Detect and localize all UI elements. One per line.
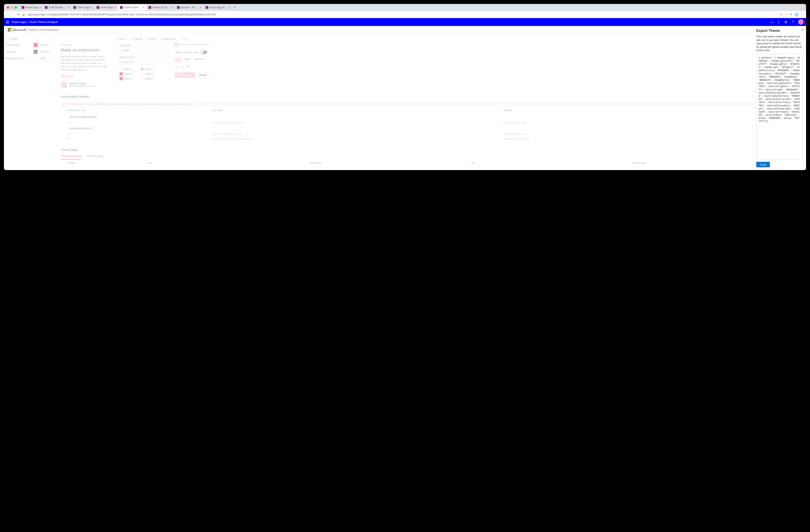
color-hex-input[interactable]	[39, 49, 53, 54]
help-icon[interactable]: ?	[791, 20, 795, 24]
app-bar: Power Apps|Fluent Theme Designer ▭ ⭳ ⚙ ?	[4, 18, 806, 26]
panel-title: Export Theme	[756, 29, 803, 33]
cloud-icon[interactable]: ☁	[175, 65, 178, 68]
more-button[interactable]: ⋯More	[179, 37, 188, 40]
new-button[interactable]: ＋New ⌄	[116, 37, 127, 40]
forward-button[interactable]: →	[12, 13, 15, 16]
persona-subtitle: Senior Researcher at Contoso	[69, 85, 95, 87]
disabled-toggle[interactable]	[201, 51, 207, 54]
close-tab-icon[interactable]: ×	[114, 6, 116, 9]
close-tab-icon[interactable]: ×	[39, 6, 41, 9]
back-button[interactable]: ←	[6, 13, 10, 16]
color-heading: Color	[6, 37, 53, 40]
close-tab-icon[interactable]: ×	[229, 6, 230, 9]
download-icon[interactable]: ⭳	[777, 20, 780, 24]
radio-option[interactable]: Option 2	[141, 72, 154, 76]
story-label: STORIES	[61, 44, 108, 46]
app-launcher-icon[interactable]	[6, 21, 9, 23]
app-title: Power Apps|Fluent Theme Designer	[12, 20, 58, 23]
learn-more-link[interactable]: Learn more ›	[61, 75, 108, 78]
browser-tab[interactable]: Reviews - Power Apps×	[175, 4, 204, 11]
browser-tab[interactable]: Power Apps Review Tool -×	[204, 4, 232, 11]
download-button[interactable]: ⭳Download	[160, 37, 175, 40]
slider[interactable]	[175, 44, 210, 45]
bookmark-icon[interactable]: ☆	[785, 13, 788, 16]
close-button[interactable]: Close	[756, 162, 770, 167]
slots-pivot: Fabric palette slots Semantic slots	[61, 154, 800, 160]
browser-tab[interactable]: Fluent Theme Designer - P×	[118, 4, 147, 11]
url-text[interactable]: apps.powerapps.com/play/2f6b0e93-7676-40…	[28, 13, 778, 16]
non-accessible-section[interactable]: Non accessible pairs (1)	[61, 114, 800, 120]
checkbox-option[interactable]: ✓Option 2	[119, 72, 133, 76]
new-tab-button[interactable]: +	[232, 5, 238, 10]
checkbox-icon	[119, 68, 123, 71]
select-label: Select one	[119, 44, 163, 47]
radio-option[interactable]: Option 3	[141, 77, 154, 80]
color-hex-input[interactable]	[39, 43, 53, 47]
pivot-semantic[interactable]: Semantic slots	[87, 154, 103, 160]
browser-tab[interactable]: Power Apps×	[20, 4, 43, 11]
close-tab-icon[interactable]: ×	[200, 6, 201, 9]
slots-heading: Theme slots	[61, 148, 800, 152]
preview-tabs: Home Pages Document	[175, 58, 210, 62]
tab-list-button[interactable]: ⌄	[800, 6, 805, 9]
preview-area: ＋New ⌄ ⭱Upload ⇗Share ⭳Download ⋯More ST…	[55, 34, 806, 170]
browser-tab[interactable]: Power Apps×	[71, 4, 95, 11]
favicon-icon	[22, 6, 25, 9]
close-tab-icon[interactable]: ×	[143, 6, 145, 9]
settings-icon[interactable]: ⚙	[784, 20, 788, 24]
maximize-window[interactable]	[15, 6, 17, 9]
tab-document[interactable]: Document	[194, 58, 205, 62]
sun-icon[interactable]: ✱	[187, 65, 190, 68]
browser-tab[interactable]: Creator Kit Control Referen×	[147, 4, 175, 11]
color-swatch[interactable]	[33, 56, 38, 61]
table-row: 12.98Text color on Background colorneutr…	[61, 132, 800, 136]
primary-button[interactable]: Primary button	[175, 72, 195, 78]
browser-tabbar: Power Apps×Code Review Tool Experim×Powe…	[4, 4, 806, 11]
close-window[interactable]	[7, 6, 9, 9]
color-swatch[interactable]	[33, 43, 38, 47]
extensions-icon[interactable]: ✦	[790, 13, 793, 16]
close-tab-icon[interactable]: ×	[91, 6, 93, 9]
share-icon[interactable]: ⇪	[780, 13, 783, 16]
story-body: Make a big impression with this clean, m…	[61, 55, 108, 71]
minimize-window[interactable]	[11, 6, 13, 9]
default-button[interactable]: Default	[197, 72, 209, 78]
share-button[interactable]: ⇗Share	[146, 37, 156, 40]
favicon-icon	[177, 6, 180, 9]
pivot-fabric[interactable]: Fabric palette slots	[61, 154, 82, 160]
lock-icon[interactable]: 🔒	[22, 13, 25, 16]
color-hex-input[interactable]	[39, 56, 53, 61]
tab-home[interactable]: Home	[175, 58, 181, 62]
upload-button[interactable]: ⭱Upload	[131, 37, 142, 40]
reload-button[interactable]: ⟳	[17, 13, 20, 16]
radio-icon	[141, 77, 144, 80]
browser-tab[interactable]: Code Review Tool Experim×	[43, 4, 71, 11]
browser-tab[interactable]: Power Apps×	[95, 4, 118, 11]
checkbox-option[interactable]: ✓Option 3	[119, 77, 133, 80]
radio-option[interactable]: Option 1	[141, 68, 154, 71]
radio-icon	[141, 72, 144, 76]
text-input[interactable]	[119, 60, 163, 65]
favicon-icon	[206, 6, 208, 9]
user-avatar[interactable]	[798, 19, 804, 25]
close-icon[interactable]: ✕	[801, 28, 804, 31]
fit-icon[interactable]: ▭	[770, 20, 774, 24]
profile-button[interactable]: ◐	[795, 13, 798, 16]
theme-code-box[interactable]: { palette: { themePrimary: "#f00e4a", th…	[756, 54, 803, 160]
accessible-section[interactable]: Accessible pairs (2)	[61, 125, 800, 132]
window-controls[interactable]	[7, 6, 17, 9]
browser-menu-icon[interactable]: ⋮	[801, 13, 804, 16]
color-row: Text color	[6, 49, 53, 54]
tab-pages[interactable]: Pages	[184, 58, 191, 62]
table-row: 6.46Secondary text color on Background c…	[61, 136, 800, 141]
phone-icon[interactable]: ▯	[181, 65, 183, 68]
a11y-table-header: Contrast ratio: AA Color pair Slot pair	[61, 107, 800, 114]
form-column: Select one Content Enter text here Optio…	[119, 44, 163, 88]
panel-description: This code block creates the theme you ca…	[756, 35, 803, 52]
color-swatch[interactable]	[33, 50, 38, 54]
close-tab-icon[interactable]: ×	[68, 6, 69, 9]
content-dropdown[interactable]: Content	[119, 48, 163, 53]
close-tab-icon[interactable]: ×	[172, 6, 173, 9]
checkbox-option[interactable]: Option 1	[119, 68, 133, 71]
